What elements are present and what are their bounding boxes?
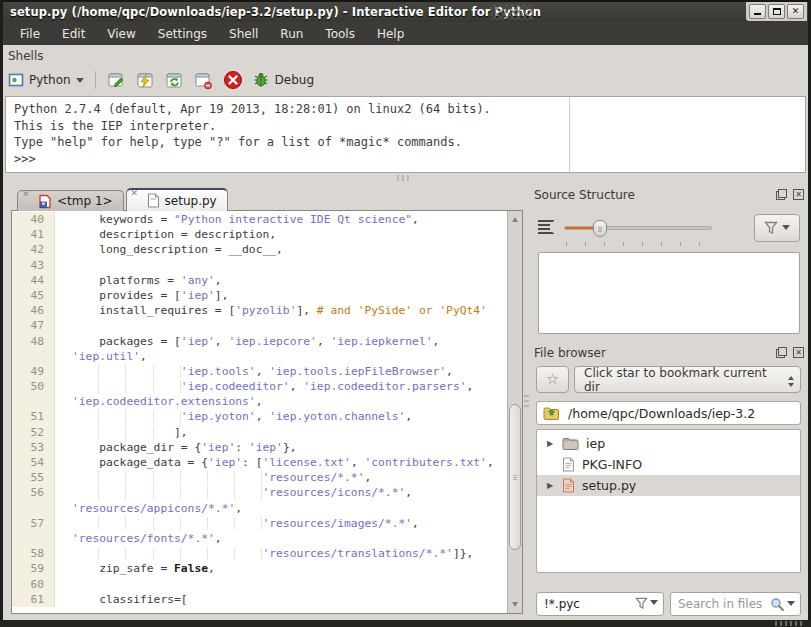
- tree-item-iep[interactable]: ▶iep: [537, 433, 800, 454]
- menu-item-settings[interactable]: Settings: [147, 24, 218, 44]
- code-line[interactable]: 'resources/fonts/*.*',: [12, 531, 507, 546]
- code-line[interactable]: 50 'iep.codeeditor', 'iep.codeeditor.par…: [12, 379, 507, 394]
- code-line[interactable]: 47: [12, 318, 507, 333]
- line-number: [12, 394, 55, 409]
- structure-depth-icon: [538, 220, 554, 234]
- shell-selector-button[interactable]: Python: [8, 72, 84, 88]
- close-button[interactable]: ✕: [787, 4, 804, 19]
- code-line[interactable]: 52 ],: [12, 425, 507, 440]
- code-line[interactable]: 42 long_description = __doc__,: [12, 242, 507, 257]
- code-line[interactable]: 57 'resources/images/*.*',: [12, 516, 507, 531]
- menu-item-file[interactable]: File: [9, 24, 51, 44]
- line-number: 53: [12, 440, 55, 455]
- close-panel-icon[interactable]: ✕: [793, 347, 804, 358]
- slider-handle[interactable]: [593, 220, 607, 237]
- filename-filter-input[interactable]: !*.pyc: [536, 592, 664, 616]
- shell-output-line: Python 2.7.4 (default, Apr 19 2013, 18:2…: [14, 101, 805, 118]
- bookmark-combo[interactable]: Click star to bookmark current dir: [574, 366, 801, 393]
- code-line[interactable]: 54 package_data = {'iep': ['license.txt'…: [12, 455, 507, 470]
- float-panel-icon[interactable]: [776, 347, 787, 358]
- debug-button[interactable]: Debug: [252, 71, 314, 89]
- code-editor[interactable]: 40 keywords = "Python interactive IDE Qt…: [11, 210, 523, 614]
- menu-item-run[interactable]: Run: [269, 24, 314, 44]
- editor-tab-setup-py[interactable]: ✕setup.py: [126, 188, 228, 211]
- code-line[interactable]: 41 description = description,: [12, 227, 507, 242]
- code-line[interactable]: 46 install_requires = ['pyzolib'], # and…: [12, 303, 507, 318]
- scrollbar-thumb[interactable]: [509, 404, 521, 550]
- menu-item-edit[interactable]: Edit: [51, 24, 96, 44]
- chevron-down-icon: [787, 601, 795, 610]
- code-line[interactable]: 'iep.util',: [12, 349, 507, 364]
- line-number: 52: [12, 425, 55, 440]
- menu-item-tools[interactable]: Tools: [314, 24, 366, 44]
- tab-close-icon[interactable]: ✕: [131, 189, 139, 198]
- structure-filter-button[interactable]: [754, 214, 800, 242]
- file-tree[interactable]: ▶iepPKG-INFO▶setup.py: [536, 429, 801, 573]
- expand-arrow-icon[interactable]: ▶: [545, 439, 555, 448]
- scroll-down-icon[interactable]: [508, 600, 522, 612]
- tree-item-setup-py[interactable]: ▶setup.py: [537, 475, 800, 496]
- horizontal-splitter[interactable]: [397, 175, 411, 181]
- code-line[interactable]: 45 provides = ['iep'],: [12, 288, 507, 303]
- float-panel-icon[interactable]: [776, 189, 787, 200]
- shell-output[interactable]: Python 2.7.4 (default, Apr 19 2013, 18:2…: [5, 96, 806, 173]
- code-line[interactable]: 60: [12, 577, 507, 592]
- bookmark-star-button[interactable]: ☆: [536, 366, 569, 393]
- depth-slider[interactable]: [564, 226, 712, 230]
- line-number: 55: [12, 470, 55, 485]
- close-shell-button[interactable]: [194, 70, 214, 90]
- terminate-shell-button[interactable]: [223, 70, 243, 90]
- search-in-files-input[interactable]: Search in files: [670, 592, 801, 616]
- line-number: 46: [12, 303, 55, 318]
- expand-arrow-icon[interactable]: ▶: [545, 481, 555, 490]
- editor-tab--tmp-1-[interactable]: ✕<tmp 1>: [17, 190, 124, 211]
- line-number: 42: [12, 242, 55, 257]
- edit-shell-config-button[interactable]: [107, 70, 127, 90]
- code-line[interactable]: 'iep.codeeditor.extensions',: [12, 394, 507, 409]
- editor-pane: ✕<tmp 1>✕setup.py 40 keywords = "Python …: [11, 188, 523, 614]
- menu-item-view[interactable]: View: [96, 24, 146, 44]
- chevron-down-icon: [76, 78, 84, 87]
- code-line[interactable]: 51 'iep.yoton', 'iep.yoton.channels',: [12, 409, 507, 424]
- code-line[interactable]: 48 packages = ['iep', 'iep.iepcore', 'ie…: [12, 334, 507, 349]
- restart-shell-warn-button[interactable]: [136, 70, 156, 90]
- code-line[interactable]: 49 'iep.tools', 'iep.tools.iepFileBrowse…: [12, 364, 507, 379]
- code-line[interactable]: 'resources/appicons/*.*',: [12, 501, 507, 516]
- slider-ticks: [566, 242, 706, 246]
- code-line[interactable]: 56 'resources/icons/*.*',: [12, 485, 507, 500]
- line-text: package_data = {'iep': ['license.txt', '…: [55, 455, 494, 470]
- window-border-bottom: [0, 620, 811, 627]
- search-icon: [770, 597, 785, 612]
- code-line[interactable]: 53 package_dir = {'iep': 'iep'},: [12, 440, 507, 455]
- code-line[interactable]: 44 platforms = 'any',: [12, 273, 507, 288]
- source-structure-list[interactable]: [538, 252, 800, 334]
- minimize-button[interactable]: [749, 4, 766, 19]
- line-text: 'iep.yoton', 'iep.yoton.channels',: [55, 409, 412, 424]
- close-panel-icon[interactable]: ✕: [793, 189, 804, 200]
- restart-shell-button[interactable]: [165, 70, 185, 90]
- resize-grip[interactable]: [775, 621, 803, 626]
- scroll-up-icon[interactable]: [508, 212, 522, 224]
- menu-item-shell[interactable]: Shell: [218, 24, 269, 44]
- line-text: [55, 258, 72, 273]
- code-line[interactable]: 59 zip_safe = False,: [12, 561, 507, 576]
- code-area[interactable]: 40 keywords = "Python interactive IDE Qt…: [12, 212, 507, 613]
- tree-item-pkg-info[interactable]: PKG-INFO: [537, 454, 800, 475]
- vertical-splitter[interactable]: [524, 395, 529, 409]
- current-path-field[interactable]: /home/qpc/Downloads/iep-3.2: [536, 401, 801, 425]
- tree-item-label: PKG-INFO: [582, 457, 642, 472]
- code-line[interactable]: 43: [12, 258, 507, 273]
- code-line[interactable]: 58 'resources/translations/*.*']},: [12, 546, 507, 561]
- titlebar[interactable]: setup.py (/home/qpc/Downloads/iep-3.2/se…: [3, 2, 808, 22]
- spinner-icons[interactable]: [788, 373, 794, 390]
- code-line[interactable]: 55 'resources/*.*',: [12, 470, 507, 485]
- maximize-button[interactable]: [768, 4, 785, 19]
- editor-scrollbar[interactable]: [507, 211, 522, 613]
- line-number: 43: [12, 258, 55, 273]
- code-line[interactable]: 61 classifiers=[: [12, 592, 507, 607]
- file-icon: [562, 457, 575, 472]
- tab-close-icon[interactable]: ✕: [22, 190, 30, 199]
- menu-item-help[interactable]: Help: [366, 24, 415, 44]
- folder-icon: [562, 437, 579, 451]
- code-line[interactable]: 40 keywords = "Python interactive IDE Qt…: [12, 212, 507, 227]
